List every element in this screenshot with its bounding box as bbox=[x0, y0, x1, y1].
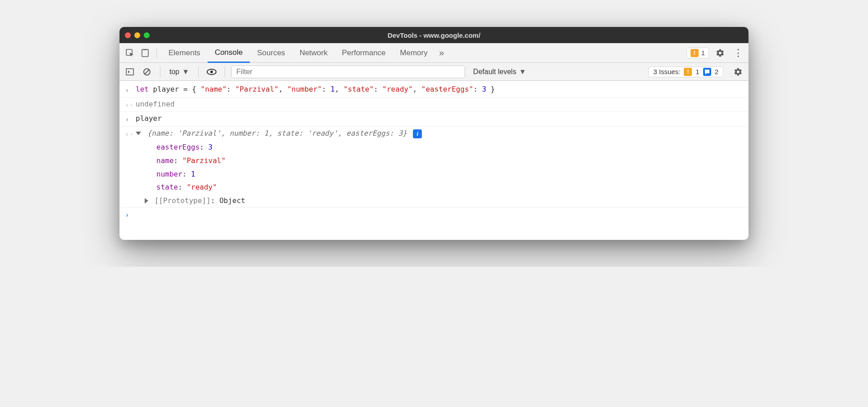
object-property-row[interactable]: number: 1 bbox=[120, 168, 748, 181]
property-key: name bbox=[156, 156, 174, 165]
errors-warnings-badge[interactable]: ! 1 bbox=[686, 48, 709, 58]
clear-console-icon[interactable] bbox=[140, 65, 154, 79]
property-key: [[Prototype]] bbox=[155, 196, 211, 205]
info-icon bbox=[703, 68, 711, 76]
context-label: top bbox=[169, 68, 179, 76]
property-value: "Parzival" bbox=[182, 156, 226, 165]
console-result-row: ‹· {name: 'Parzival', number: 1, state: … bbox=[120, 127, 748, 141]
property-value: "ready" bbox=[186, 183, 217, 191]
code-token: "number" bbox=[287, 85, 322, 93]
window-controls bbox=[125, 32, 150, 38]
more-options-icon[interactable]: ⋮ bbox=[731, 46, 745, 60]
property-key: number bbox=[156, 170, 182, 178]
levels-label: Default levels bbox=[473, 68, 516, 76]
settings-icon[interactable] bbox=[713, 46, 727, 60]
svg-rect-1 bbox=[142, 49, 148, 57]
execution-context-select[interactable]: top ▼ bbox=[167, 67, 192, 77]
main-tabs: Elements Console Sources Network Perform… bbox=[161, 43, 448, 63]
console-result-row: ‹· undefined bbox=[120, 97, 748, 112]
code-token: "Parzival" bbox=[235, 85, 279, 93]
property-key: easterEggs bbox=[156, 143, 199, 151]
property-value: 3 bbox=[208, 143, 213, 151]
console-output: › let player = { "name": "Parzival", "nu… bbox=[120, 81, 748, 240]
console-settings-icon[interactable] bbox=[731, 65, 745, 79]
svg-point-7 bbox=[210, 71, 213, 73]
divider bbox=[156, 48, 157, 58]
live-expression-icon[interactable] bbox=[205, 65, 218, 79]
console-input-row[interactable]: › player bbox=[120, 112, 748, 127]
issues-label: 3 Issues: bbox=[653, 68, 680, 75]
minimize-window-button[interactable] bbox=[134, 32, 140, 38]
result-prompt-icon: ‹· bbox=[125, 128, 136, 140]
code-token: "name" bbox=[201, 85, 227, 93]
code-token: "easterEggs" bbox=[421, 85, 474, 93]
svg-rect-2 bbox=[143, 49, 147, 50]
main-tabs-bar: Elements Console Sources Network Perform… bbox=[120, 43, 748, 63]
expand-toggle-icon[interactable] bbox=[145, 198, 148, 204]
filter-input[interactable] bbox=[231, 66, 465, 78]
code-token: : bbox=[322, 85, 330, 93]
code-token: player bbox=[136, 113, 743, 125]
device-toggle-icon[interactable] bbox=[138, 46, 152, 60]
window-title: DevTools - www.google.com/ bbox=[120, 31, 748, 39]
warning-count: 1 bbox=[701, 49, 705, 57]
code-token: player = { bbox=[149, 85, 201, 93]
warning-icon: ! bbox=[691, 49, 699, 57]
issues-info-count: 2 bbox=[715, 68, 718, 75]
tab-network[interactable]: Network bbox=[292, 43, 335, 63]
object-property-row[interactable]: easterEggs: 3 bbox=[120, 141, 748, 154]
object-info-icon[interactable]: i bbox=[413, 129, 422, 138]
tab-performance[interactable]: Performance bbox=[335, 43, 393, 63]
console-sidebar-toggle-icon[interactable] bbox=[123, 65, 137, 79]
svg-line-5 bbox=[145, 70, 149, 74]
object-summary[interactable]: {name: 'Parzival', number: 1, state: 're… bbox=[147, 129, 407, 137]
code-token: : bbox=[374, 85, 382, 93]
warning-icon: ! bbox=[684, 68, 692, 76]
code-token: let bbox=[136, 85, 149, 93]
object-property-row[interactable]: state: "ready" bbox=[120, 181, 748, 194]
property-value: Object bbox=[219, 196, 245, 205]
input-prompt-icon: › bbox=[125, 113, 136, 125]
object-prototype-row[interactable]: [[Prototype]]: Object bbox=[120, 194, 748, 208]
code-token: , bbox=[413, 85, 421, 93]
property-key: state bbox=[156, 183, 178, 191]
tab-sources[interactable]: Sources bbox=[250, 43, 292, 63]
code-token: , bbox=[335, 85, 343, 93]
result-text: undefined bbox=[136, 98, 743, 111]
result-prompt-icon: ‹· bbox=[125, 98, 136, 111]
code-token: 1 bbox=[330, 85, 335, 93]
close-window-button[interactable] bbox=[125, 32, 131, 38]
console-input-prompt[interactable]: › bbox=[120, 208, 748, 222]
log-levels-select[interactable]: Default levels ▼ bbox=[473, 68, 526, 76]
chevron-down-icon: ▼ bbox=[182, 68, 189, 76]
console-input-row[interactable]: › let player = { "name": "Parzival", "nu… bbox=[120, 83, 748, 97]
input-prompt-icon: › bbox=[125, 84, 136, 96]
more-tabs-icon[interactable]: » bbox=[435, 46, 448, 60]
tab-console[interactable]: Console bbox=[208, 43, 250, 63]
divider bbox=[198, 66, 199, 77]
code-token: : bbox=[473, 85, 482, 93]
chevron-down-icon: ▼ bbox=[519, 68, 526, 76]
code-token: "ready" bbox=[382, 85, 412, 93]
tab-memory[interactable]: Memory bbox=[393, 43, 434, 63]
issues-badge[interactable]: 3 Issues: ! 1 2 bbox=[648, 66, 723, 77]
maximize-window-button[interactable] bbox=[144, 32, 150, 38]
code-token: : bbox=[226, 85, 235, 93]
code-token: } bbox=[486, 85, 495, 93]
code-token: , bbox=[279, 85, 287, 93]
divider bbox=[225, 66, 225, 77]
console-toolbar: top ▼ Default levels ▼ 3 Issues: ! 1 2 bbox=[120, 63, 748, 81]
object-property-row[interactable]: name: "Parzival" bbox=[120, 154, 748, 168]
expand-toggle-icon[interactable] bbox=[136, 132, 141, 135]
input-prompt-icon: › bbox=[125, 208, 136, 221]
code-token: 3 bbox=[482, 85, 487, 93]
issues-warn-count: 1 bbox=[695, 68, 699, 75]
tab-elements[interactable]: Elements bbox=[161, 43, 208, 63]
property-value: 1 bbox=[191, 170, 195, 178]
titlebar: DevTools - www.google.com/ bbox=[120, 27, 748, 43]
inspect-element-icon[interactable] bbox=[123, 46, 137, 60]
divider bbox=[160, 66, 160, 77]
devtools-window: DevTools - www.google.com/ Elements Cons… bbox=[120, 27, 748, 240]
code-token: "state" bbox=[343, 85, 373, 93]
